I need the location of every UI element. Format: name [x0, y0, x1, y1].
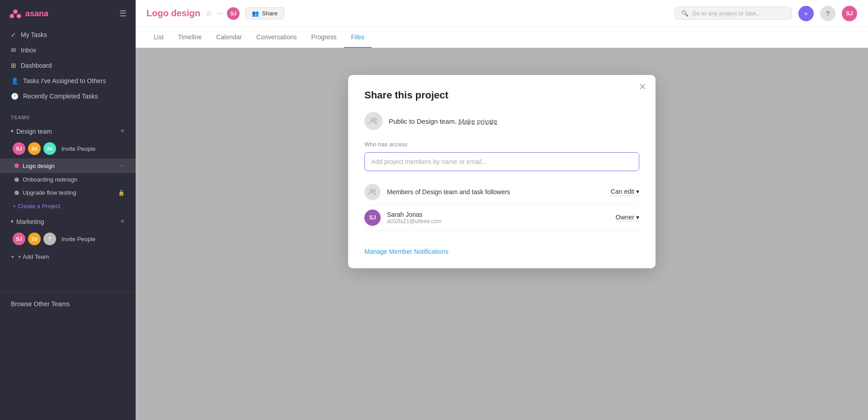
asana-logo-icon — [9, 7, 22, 20]
avatar: 2d — [43, 142, 56, 155]
top-bar-right: 🔍 Go to any project or task... + ? SJ — [675, 6, 857, 21]
sidebar-item-upgrade-flow[interactable]: Upgrade flow testing 🔒 — [0, 186, 136, 199]
project-more-options: ··· — [119, 162, 125, 170]
modal-footer: Manage Member Notifications — [364, 240, 639, 256]
tab-files[interactable]: Files — [344, 27, 372, 48]
marketing-team-header[interactable]: ▾ Marketing + — [0, 213, 136, 230]
dashboard-icon: ⊞ — [11, 62, 16, 69]
avatar: 2d — [28, 142, 41, 155]
avatar: 2d — [28, 233, 41, 245]
add-team-button[interactable]: + + Add Team — [0, 249, 136, 265]
sidebar-item-recently-completed[interactable]: 🕐 Recently Completed Tasks — [0, 89, 136, 104]
invite-people-design-button[interactable]: Invite People — [59, 145, 98, 153]
avatar: SJ — [13, 142, 25, 155]
top-bar: Logo design ☆ ··· SJ 👥 Share 🔍 Go to any… — [136, 0, 868, 27]
share-modal: Share this project ✕ Public to Design te… — [348, 75, 656, 268]
tab-calendar[interactable]: Calendar — [209, 27, 249, 48]
sidebar-item-my-tasks[interactable]: ✓ My Tasks — [0, 27, 136, 42]
modal-overlay: Share this project ✕ Public to Design te… — [136, 48, 868, 420]
can-edit-dropdown[interactable]: Can edit ▾ — [611, 188, 639, 196]
create-project-button[interactable]: + Create a Project — [0, 199, 136, 213]
page-body: All attachments to tasks & conversations… — [136, 48, 868, 420]
browse-other-teams-button[interactable]: Browse Other Teams — [0, 292, 136, 316]
share-icon: 👥 — [252, 10, 259, 17]
owner-row: SJ Sarah Jonas dc02fa21@uifeed.com Owner… — [364, 205, 639, 231]
visibility-row: Public to Design team. Make private — [364, 112, 639, 130]
plus-icon: + — [11, 253, 14, 260]
make-private-link[interactable]: Make private — [458, 117, 497, 125]
add-button[interactable]: + — [798, 6, 814, 21]
visibility-text: Public to Design team. Make private — [389, 117, 497, 125]
avatar: ? — [43, 233, 56, 245]
lock-icon: 🔒 — [118, 190, 125, 196]
design-team-section: ▾ Design team + SJ 2d 2d Invite People L… — [0, 123, 136, 213]
invite-people-marketing-button[interactable]: Invite People — [59, 235, 98, 243]
design-team-members-row: Members of Design team and task follower… — [364, 179, 639, 205]
who-has-access-label: Who has access — [364, 141, 639, 148]
tab-conversations[interactable]: Conversations — [249, 27, 304, 48]
marketing-team-members: SJ 2d ? Invite People — [0, 230, 136, 249]
design-team-header[interactable]: ▾ Design team + — [0, 123, 136, 140]
tasks-assigned-icon: 👤 — [11, 77, 19, 84]
inbox-icon: ✉ — [11, 47, 16, 54]
hamburger-icon[interactable]: ☰ — [119, 9, 127, 19]
teams-section-label: Teams — [0, 107, 136, 123]
owner-email: dc02fa21@uifeed.com — [387, 218, 609, 224]
main-content: Logo design ☆ ··· SJ 👥 Share 🔍 Go to any… — [136, 0, 868, 420]
logo-text: asana — [25, 9, 48, 19]
chevron-down-icon: ▾ — [636, 188, 639, 195]
manage-notifications-link[interactable]: Manage Member Notifications — [364, 248, 448, 255]
design-team-member-info: Members of Design team and task follower… — [387, 188, 604, 196]
modal-close-button[interactable]: ✕ — [639, 82, 646, 91]
sidebar: asana ☰ ✓ My Tasks ✉ Inbox ⊞ Dashboard 👤… — [0, 0, 136, 420]
avatar: SJ — [227, 7, 240, 20]
project-dot — [14, 163, 19, 168]
add-marketing-team-button[interactable]: + — [120, 217, 125, 226]
project-dot — [14, 177, 19, 182]
sidebar-header: asana ☰ — [0, 0, 136, 27]
owner-info: Sarah Jonas dc02fa21@uifeed.com — [387, 211, 609, 224]
svg-point-6 — [373, 190, 375, 191]
sidebar-item-dashboard[interactable]: ⊞ Dashboard — [0, 58, 136, 73]
search-icon: 🔍 — [681, 10, 689, 17]
tab-progress[interactable]: Progress — [304, 27, 344, 48]
design-team-name: ▾ Design team — [11, 128, 52, 135]
top-bar-icons: ☆ ··· SJ — [206, 7, 240, 20]
tab-timeline[interactable]: Timeline — [171, 27, 209, 48]
svg-point-5 — [370, 189, 373, 192]
more-icon[interactable]: ··· — [217, 9, 222, 18]
avatar: SJ — [13, 233, 25, 245]
group-icon — [364, 184, 381, 200]
sidebar-item-logo-design[interactable]: Logo design ··· — [0, 159, 136, 173]
svg-point-0 — [13, 9, 18, 14]
project-title: Logo design — [146, 8, 200, 19]
svg-point-2 — [17, 14, 21, 19]
chevron-down-icon: ▾ — [636, 214, 639, 221]
tabs-bar: List Timeline Calendar Conversations Pro… — [136, 27, 868, 48]
marketing-team-section: ▾ Marketing + SJ 2d ? Invite People — [0, 213, 136, 249]
search-bar[interactable]: 🔍 Go to any project or task... — [675, 7, 792, 20]
logo: asana — [9, 7, 48, 20]
my-tasks-icon: ✓ — [11, 31, 16, 38]
user-avatar[interactable]: SJ — [842, 6, 857, 21]
tab-list[interactable]: List — [146, 27, 171, 48]
member-name: Members of Design team and task follower… — [387, 188, 604, 196]
svg-point-3 — [371, 118, 373, 121]
add-design-team-button[interactable]: + — [120, 126, 125, 136]
chevron-down-icon: ▾ — [11, 219, 14, 224]
ellipsis-icon[interactable]: ··· — [119, 162, 125, 170]
star-icon[interactable]: ☆ — [206, 9, 212, 18]
marketing-team-name: ▾ Marketing — [11, 218, 44, 225]
add-member-input[interactable] — [364, 152, 639, 171]
sidebar-item-onboarding-redesign[interactable]: Onboarding redesign — [0, 173, 136, 186]
recently-completed-icon: 🕐 — [11, 93, 19, 100]
owner-role-dropdown[interactable]: Owner ▾ — [616, 214, 639, 222]
help-button[interactable]: ? — [820, 6, 835, 21]
group-avatar-icon — [364, 112, 382, 130]
design-team-members: SJ 2d 2d Invite People — [0, 140, 136, 159]
share-button[interactable]: 👥 Share — [245, 7, 284, 19]
sidebar-item-tasks-assigned[interactable]: 👤 Tasks I've Assigned to Others — [0, 73, 136, 89]
owner-avatar: SJ — [364, 210, 381, 226]
sidebar-item-inbox[interactable]: ✉ Inbox — [0, 42, 136, 58]
svg-point-4 — [374, 118, 377, 121]
